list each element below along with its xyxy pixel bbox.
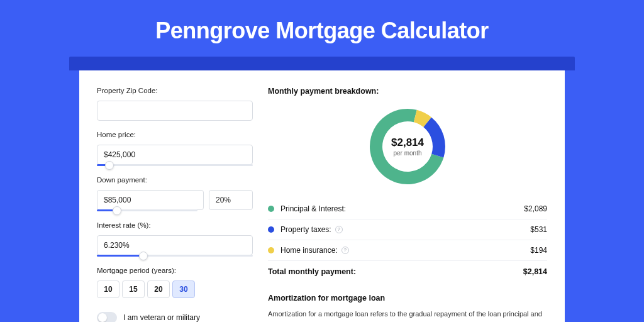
zip-label: Property Zip Code: — [97, 87, 253, 94]
rate-slider[interactable] — [97, 255, 253, 257]
price-slider[interactable] — [97, 164, 253, 166]
period-label: Mortgage period (years): — [97, 267, 253, 274]
legend-dot — [268, 247, 274, 253]
legend-dot — [268, 206, 274, 212]
amortization-title: Amortization for mortgage loan — [268, 294, 547, 303]
header-accent-bar — [69, 57, 575, 70]
legend-row: Property taxes:?$531 — [268, 219, 547, 240]
donut-chart-wrap: $2,814 per month — [268, 103, 547, 199]
zip-field: Property Zip Code: — [97, 87, 253, 121]
help-icon[interactable]: ? — [335, 226, 343, 233]
legend-value: $194 — [530, 246, 547, 255]
period-options: 10152030 — [97, 280, 253, 298]
donut-center: $2,814 per month — [367, 106, 448, 187]
total-row: Total monthly payment: $2,814 — [268, 261, 547, 282]
donut-sublabel: per month — [393, 150, 421, 157]
veteran-toggle[interactable] — [97, 312, 117, 322]
rate-slider-fill — [97, 255, 143, 257]
period-btn-15[interactable]: 15 — [122, 280, 145, 298]
price-slider-thumb[interactable] — [105, 161, 114, 170]
down-slider[interactable] — [97, 209, 197, 211]
donut-value: $2,814 — [391, 136, 424, 149]
legend-value: $531 — [530, 225, 547, 234]
rate-slider-thumb[interactable] — [139, 252, 148, 260]
legend-row: Home insurance:?$194 — [268, 240, 547, 261]
period-field: Mortgage period (years): 10152030 — [97, 267, 253, 298]
toggle-knob — [98, 313, 107, 322]
price-label: Home price: — [97, 131, 253, 138]
inputs-column: Property Zip Code: Home price: Down paym… — [97, 87, 253, 322]
down-pct-input[interactable] — [209, 190, 253, 210]
period-btn-10[interactable]: 10 — [97, 280, 119, 298]
donut-chart: $2,814 per month — [367, 106, 448, 187]
legend: Principal & Interest:$2,089Property taxe… — [268, 199, 547, 261]
breakdown-column: Monthly payment breakdown: $2,814 per mo… — [268, 87, 547, 322]
breakdown-title: Monthly payment breakdown: — [268, 87, 547, 96]
down-field: Down payment: — [97, 176, 253, 211]
rate-field: Interest rate (%): — [97, 221, 253, 257]
price-field: Home price: — [97, 131, 253, 166]
veteran-row: I am veteran or military — [97, 312, 253, 322]
period-btn-30[interactable]: 30 — [172, 280, 195, 298]
amortization-text: Amortization for a mortgage loan refers … — [268, 309, 547, 322]
legend-label: Home insurance:? — [280, 246, 530, 255]
zip-input[interactable] — [97, 101, 253, 121]
help-icon[interactable]: ? — [341, 247, 349, 254]
legend-dot — [268, 226, 274, 233]
rate-label: Interest rate (%): — [97, 221, 253, 229]
rate-input[interactable] — [97, 235, 253, 255]
page-title: Penngrove Mortgage Calculator — [0, 18, 644, 44]
legend-label-text: Property taxes: — [280, 225, 331, 234]
legend-label: Principal & Interest: — [280, 204, 524, 213]
period-btn-20[interactable]: 20 — [147, 280, 170, 298]
total-value: $2,814 — [523, 267, 547, 276]
legend-value: $2,089 — [524, 204, 547, 213]
page-header: Penngrove Mortgage Calculator — [0, 0, 644, 57]
legend-label: Property taxes:? — [280, 225, 530, 234]
price-input[interactable] — [97, 145, 253, 165]
legend-label-text: Principal & Interest: — [280, 204, 346, 213]
down-label: Down payment: — [97, 176, 253, 184]
veteran-label: I am veteran or military — [123, 313, 200, 322]
legend-label-text: Home insurance: — [280, 246, 338, 255]
calculator-card: Property Zip Code: Home price: Down paym… — [79, 70, 565, 322]
total-label: Total monthly payment: — [268, 267, 523, 276]
legend-row: Principal & Interest:$2,089 — [268, 199, 547, 219]
down-slider-thumb[interactable] — [113, 206, 121, 215]
